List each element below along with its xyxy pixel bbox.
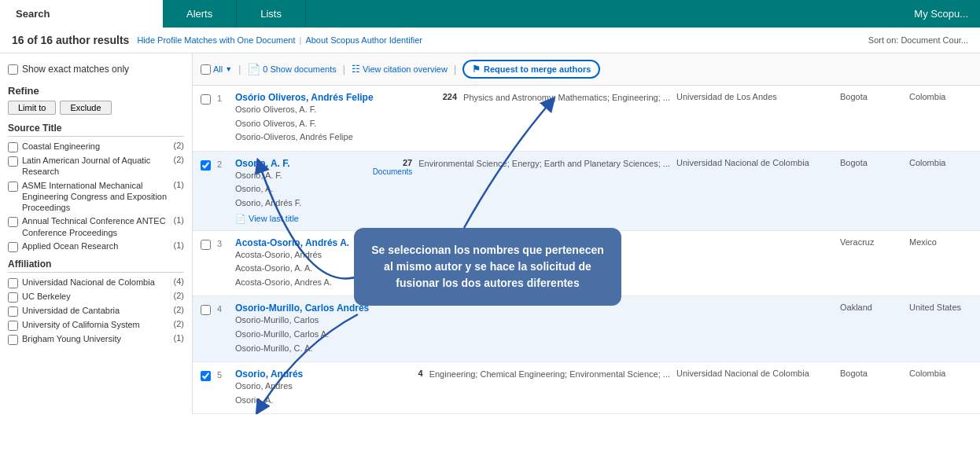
author4-checkbox[interactable] [201,305,211,315]
affil-brigham: Brigham Young University (1) [8,333,184,345]
alerts-nav-item[interactable]: Alerts [163,0,237,28]
author5-docs: 4 [360,369,423,378]
affil-brigham-checkbox[interactable] [8,335,18,345]
sort-on: Sort on: Document Cour... [868,35,968,45]
sort-label: Sort on: [868,35,899,45]
filter-ocean-checkbox[interactable] [8,242,18,252]
filter-asme-label: ASME International Mechanical Engineerin… [22,180,170,214]
author1-docs: 224 [394,92,457,101]
author1-checkbox[interactable] [201,94,211,105]
about-link[interactable]: About Scopus Author Identifier [305,35,422,45]
author1-country: Colombia [909,92,972,101]
show-documents-btn[interactable]: 📄 0 Show documents [247,63,337,75]
table-row: 2 Osorio, A. F. Osorio, A. F. Osorio, A.… [193,152,980,231]
filter-latin-checkbox[interactable] [8,156,18,167]
affil-unacional-checkbox[interactable] [8,278,18,288]
my-scopus-label: My Scopu... [914,8,968,20]
table-row: 1 Osório Oliveros, Andrés Felipe Osorio … [193,86,980,152]
filter-latin-label: Latin American Journal of Aquatic Resear… [22,155,170,178]
affil-unacional: Universidad Nacional de Colombia (4) [8,277,184,288]
alerts-label: Alerts [186,8,212,20]
author1-subjects: Physics and Astronomy; Mathematics; Engi… [463,92,670,104]
my-scopus-nav-item[interactable]: My Scopu... [902,0,980,28]
dropdown-icon[interactable]: ▼ [225,65,232,73]
author4-country: United States [909,303,972,312]
lists-nav-item[interactable]: Lists [237,0,306,28]
author2-num: 2 [217,160,229,169]
author5-variants: Osorio, Andres Osorio, A. [235,380,354,407]
filter-coastal-count: (2) [174,141,184,150]
author2-docs: 27 Documents [349,158,412,176]
view-citation-label: View citation overview [363,64,448,74]
filter-latin-count: (2) [174,155,184,164]
show-exact-label: Show exact matches only [22,64,129,75]
author5-checkbox[interactable] [201,371,211,381]
author1-doc-count: 224 [443,92,457,101]
affil-cantabria: Universidad de Cantabria (2) [8,305,184,317]
author2-checkbox[interactable] [201,160,211,171]
docs-icon: 📄 [247,63,260,75]
author5-name[interactable]: Osorio, Andrés [235,369,354,380]
toolbar: All ▼ | 📄 0 Show documents | ☷ View cita… [193,53,980,86]
all-label: All [213,64,223,74]
author1-name[interactable]: Osório Oliveros, Andrés Felipe [235,92,388,103]
search-tab[interactable]: Search [0,0,163,28]
affil-cantabria-checkbox[interactable] [8,306,18,317]
author2-doc-label: Documents [349,167,412,176]
affil-ucberkeley: UC Berkeley (2) [8,291,184,303]
limit-to-button[interactable]: Limit to [8,101,56,115]
show-exact-checkbox[interactable] [8,64,18,75]
all-checkbox[interactable] [201,64,211,75]
author3-checkbox[interactable] [201,240,211,250]
affil-cantabria-label: Universidad de Cantabria [22,305,170,316]
merge-authors-btn[interactable]: ⚑ Request to merge authors [462,60,600,79]
affil-ucberkeley-label: UC Berkeley [22,291,170,302]
author1-city: Bogota [840,92,903,101]
table-row: 4 Osorio-Murillo, Carlos Andres Osorio-M… [193,296,980,362]
merge-icon: ⚑ [472,64,481,75]
author2-doc-count: 27 [349,158,412,167]
author3-country: Mexico [909,237,972,247]
affil-ucsystem: University of California System (2) [8,319,184,331]
author1-affil: Universidad de Los Andes [676,92,834,101]
affil-brigham-count: (1) [174,333,184,343]
filter-coastal: Coastal Engineering (2) [8,141,184,152]
author4-city: Oakland [840,303,903,312]
filter-asme-checkbox[interactable] [8,182,18,192]
table-row: 5 Osorio, Andrés Osorio, Andres Osorio, … [193,362,980,414]
filter-ocean-count: (1) [174,240,184,250]
show-docs-label: Show documents [270,64,336,74]
affil-brigham-label: Brigham Young University [22,333,170,344]
author3-num: 3 [217,239,229,248]
author2-affil: Universidad Nacional de Colombia [676,158,834,167]
filter-coastal-checkbox[interactable] [8,142,18,152]
author3-city: Veracruz [840,237,903,247]
view-last-title-btn[interactable]: 📄 View last title [235,214,299,224]
affil-ucsystem-checkbox[interactable] [8,321,18,331]
author2-info: Osorio, A. F. Osorio, A. F. Osorio, A. O… [235,158,343,224]
hide-profile-link[interactable]: Hide Profile Matches with One Document [137,35,295,45]
author5-country: Colombia [909,369,972,378]
author5-doc-count: 4 [418,369,423,378]
author1-variants: Osorio Oliveros, A. F. Osorio Oliveros, … [235,103,388,145]
view-citation-btn[interactable]: ☷ View citation overview [352,64,448,75]
filter-antec: Annual Technical Conference ANTEC Confer… [8,215,184,238]
author5-affil: Universidad Nacional de Colombia [676,369,834,378]
all-selector[interactable]: All ▼ [201,64,232,75]
exclude-button[interactable]: Exclude [60,101,111,115]
show-exact-matches: Show exact matches only [8,60,184,79]
author2-variants: Osorio, A. F. Osorio, A. Osorio, Andrés … [235,169,343,211]
search-tab-label: Search [16,8,50,20]
filter-antec-label: Annual Technical Conference ANTEC Confer… [22,215,170,238]
affil-ucberkeley-count: (2) [174,291,184,300]
author5-num: 5 [217,370,229,380]
results-count: 16 of 16 author results [12,34,129,46]
refine-buttons: Limit to Exclude [8,101,184,115]
author4-variants: Osorio-Murillo, Carlos Osorio-Murillo, C… [235,314,414,355]
author5-info: Osorio, Andrés Osorio, Andres Osorio, A. [235,369,354,407]
author2-name[interactable]: Osorio, A. F. [235,158,343,169]
filter-ocean: Applied Ocean Research (1) [8,240,184,252]
filter-antec-checkbox[interactable] [8,217,18,227]
results-header: 16 of 16 author results Hide Profile Mat… [0,28,980,53]
affil-ucberkeley-checkbox[interactable] [8,292,18,303]
